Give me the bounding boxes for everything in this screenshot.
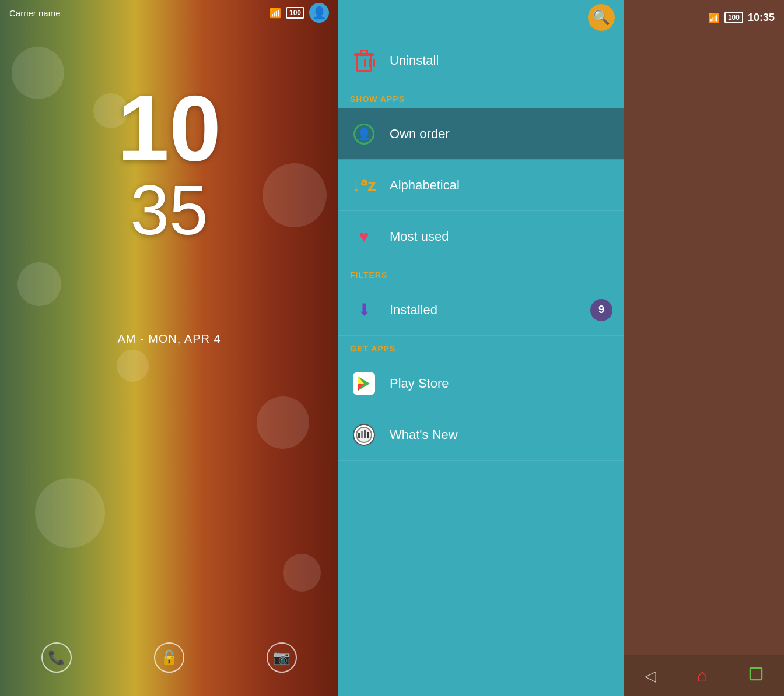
bubble-decoration [283, 554, 321, 592]
app-drawer-panel: 📶 100 10:35 🔍 [338, 0, 784, 696]
uninstall-label: Uninstall [390, 53, 439, 68]
alphabetical-label: Alphabetical [390, 178, 460, 193]
installed-label: Installed [390, 303, 438, 318]
home-button[interactable]: ⌂ [697, 666, 708, 686]
svg-rect-9 [750, 668, 762, 680]
play-store-icon [350, 370, 378, 398]
lockscreen-panel: Carrier name 📶 100 👤 10 35 AM - MON, APR… [0, 0, 338, 696]
status-icons: 📶 100 👤 [270, 3, 329, 23]
lock-icon[interactable]: 🔓 [154, 642, 184, 673]
own-order-icon: 👤 [350, 120, 378, 148]
time-display-right: 10:35 [748, 12, 775, 24]
lockscreen-date: AM - MON, APR 4 [0, 332, 338, 346]
svg-rect-7 [364, 430, 366, 438]
play-store-item[interactable]: Play Store [338, 358, 624, 409]
get-apps-section-label: GET APPS [338, 336, 624, 358]
uninstall-icon [350, 47, 378, 75]
menu-top-bar: 🔍 [338, 0, 624, 35]
play-store-label: Play Store [390, 376, 449, 391]
whats-new-item[interactable]: What's New [338, 409, 624, 461]
lockscreen-bottom-actions: 📞 🔓 📷 [0, 642, 338, 673]
right-status-bar: 📶 100 10:35 [699, 0, 784, 35]
most-used-item[interactable]: ♥ Most used [338, 211, 624, 262]
trash-icon [354, 50, 374, 72]
user-avatar[interactable]: 👤 [309, 3, 329, 23]
dropdown-menu: 🔍 Uninstall [338, 0, 624, 696]
bubble-decoration [257, 396, 309, 449]
battery-right: 100 [724, 12, 743, 23]
svg-rect-5 [358, 433, 360, 438]
own-order-item[interactable]: 👤 Own order [338, 108, 624, 160]
alphabetical-icon: ↓ᵃz [350, 171, 378, 199]
own-order-label: Own order [390, 126, 450, 142]
whats-new-label: What's New [390, 427, 458, 442]
back-button[interactable]: ◁ [645, 667, 656, 685]
installed-badge: 9 [590, 299, 612, 321]
svg-rect-6 [361, 431, 363, 438]
carrier-name: Carrier name [9, 8, 270, 18]
bubble-decoration [35, 478, 105, 548]
installed-item[interactable]: ⬇ Installed 9 [338, 284, 624, 336]
search-button[interactable]: 🔍 [588, 4, 615, 31]
svg-rect-8 [367, 432, 369, 438]
alphabetical-item[interactable]: ↓ᵃz Alphabetical [338, 160, 624, 211]
recent-apps-button[interactable] [748, 666, 764, 685]
camera-icon[interactable]: 📷 [267, 642, 297, 673]
show-apps-section-label: SHOW APPS [338, 86, 624, 108]
whats-new-icon [350, 421, 378, 449]
phone-icon[interactable]: 📞 [41, 642, 72, 673]
lockscreen-time: 10 35 [0, 82, 338, 245]
navigation-bar: ◁ ⌂ [624, 655, 784, 696]
battery-indicator: 100 [286, 7, 304, 19]
heart-icon: ♥ [350, 223, 378, 251]
signal-icon: 📶 [270, 8, 281, 19]
most-used-label: Most used [390, 229, 449, 244]
lockscreen-status-bar: Carrier name 📶 100 👤 [0, 0, 338, 26]
time-hour: 10 [0, 82, 338, 175]
bubble-decoration [18, 262, 61, 306]
install-icon: ⬇ [350, 296, 378, 324]
time-minute: 35 [0, 175, 338, 245]
bubble-decoration [117, 350, 149, 382]
uninstall-item[interactable]: Uninstall [338, 35, 624, 86]
signal-icon-right: 📶 [708, 12, 720, 23]
filters-section-label: FILTERS [338, 262, 624, 284]
